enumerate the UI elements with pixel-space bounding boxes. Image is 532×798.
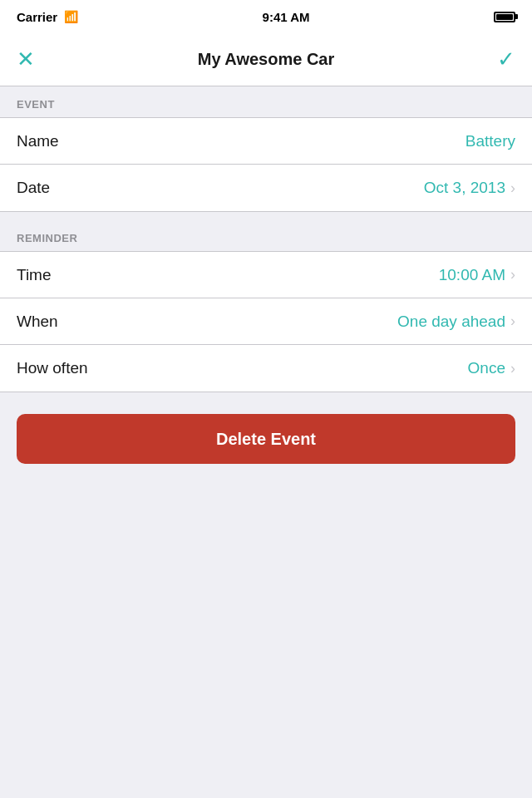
page-title: My Awesome Car (198, 50, 335, 69)
event-date-row[interactable]: Date Oct 3, 2013 › (0, 165, 532, 211)
event-name-row[interactable]: Name Battery (0, 118, 532, 165)
reminder-time-row[interactable]: Time 10:00 AM › (0, 252, 532, 298)
reminder-when-value-container: One day ahead › (397, 313, 515, 331)
reminder-time-label: Time (17, 266, 52, 284)
status-bar-left: Carrier 📶 (17, 10, 78, 24)
reminder-howoften-value: Once (468, 359, 505, 377)
reminder-howoften-label: How often (17, 359, 88, 377)
delete-event-button[interactable]: Delete Event (17, 414, 515, 464)
battery-icon (494, 12, 515, 22)
wifi-icon: 📶 (64, 10, 78, 23)
cancel-button[interactable]: ✕ (17, 47, 35, 72)
delete-section: Delete Event (0, 401, 532, 477)
reminder-howoften-value-container: Once › (468, 359, 515, 377)
carrier-label: Carrier (17, 10, 57, 24)
status-bar-right (494, 12, 515, 22)
bottom-spacer (0, 477, 532, 643)
reminder-howoften-row[interactable]: How often Once › (0, 345, 532, 392)
reminder-time-value-container: 10:00 AM › (439, 266, 515, 284)
status-bar-time: 9:41 AM (263, 10, 310, 24)
done-button[interactable]: ✓ (497, 47, 515, 72)
event-date-chevron: › (510, 180, 515, 197)
reminder-time-chevron: › (510, 266, 515, 283)
status-bar: Carrier 📶 9:41 AM (0, 0, 532, 33)
event-date-value: Oct 3, 2013 (424, 179, 505, 197)
event-table: Name Battery Date Oct 3, 2013 › (0, 117, 532, 212)
reminder-when-label: When (17, 313, 58, 331)
event-name-label: Name (17, 132, 59, 150)
reminder-when-row[interactable]: When One day ahead › (0, 298, 532, 345)
reminder-table: Time 10:00 AM › When One day ahead › How… (0, 251, 532, 392)
reminder-time-value: 10:00 AM (439, 266, 505, 284)
reminder-howoften-chevron: › (510, 360, 515, 377)
event-date-value-container: Oct 3, 2013 › (424, 179, 515, 197)
event-name-value: Battery (466, 132, 515, 150)
reminder-section-header: REMINDER (0, 220, 532, 251)
reminder-when-value: One day ahead (397, 313, 505, 331)
nav-bar: ✕ My Awesome Car ✓ (0, 33, 532, 86)
reminder-when-chevron: › (510, 313, 515, 330)
section-gap (0, 212, 532, 220)
event-date-label: Date (17, 179, 50, 197)
event-section-header: EVENT (0, 86, 532, 117)
event-name-value-container: Battery (466, 132, 515, 150)
